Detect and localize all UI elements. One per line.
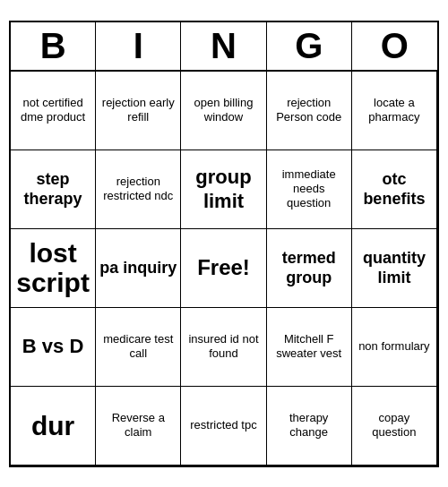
bingo-cell[interactable]: medicare test call	[96, 308, 181, 387]
bingo-cell[interactable]: non formulary	[352, 308, 437, 387]
bingo-cell[interactable]: otc benefits	[352, 150, 437, 229]
bingo-cell[interactable]: Mitchell F sweater vest	[267, 308, 352, 387]
bingo-cell[interactable]: quantity limit	[352, 229, 437, 308]
bingo-cell[interactable]: copay question	[352, 387, 437, 466]
bingo-cell[interactable]: not certified dme product	[11, 72, 96, 150]
bingo-cell[interactable]: Reverse a claim	[96, 387, 181, 466]
header-letter: O	[352, 22, 437, 70]
bingo-header: BINGO	[11, 22, 437, 72]
bingo-cell[interactable]: locate a pharmacy	[352, 72, 437, 150]
bingo-cell[interactable]: rejection Person code	[267, 72, 352, 150]
bingo-grid: not certified dme productrejection early…	[11, 72, 437, 466]
bingo-cell[interactable]: termed group	[267, 229, 352, 308]
bingo-cell[interactable]: therapy change	[267, 387, 352, 466]
bingo-card: BINGO not certified dme productrejection…	[9, 21, 439, 467]
bingo-cell[interactable]: immediate needs question	[267, 150, 352, 229]
header-letter: G	[267, 22, 352, 70]
bingo-cell[interactable]: step therapy	[11, 150, 96, 229]
bingo-cell[interactable]: restricted tpc	[181, 387, 266, 466]
bingo-cell[interactable]: dur	[11, 387, 96, 466]
bingo-cell[interactable]: group limit	[181, 150, 266, 229]
bingo-cell[interactable]: pa inquiry	[96, 229, 181, 308]
bingo-cell[interactable]: open billing window	[181, 72, 266, 150]
bingo-cell[interactable]: rejection restricted ndc	[96, 150, 181, 229]
bingo-cell[interactable]: Free!	[181, 229, 266, 308]
bingo-cell[interactable]: lost script	[11, 229, 96, 308]
bingo-cell[interactable]: rejection early refill	[96, 72, 181, 150]
bingo-cell[interactable]: insured id not found	[181, 308, 266, 387]
header-letter: B	[11, 22, 96, 70]
bingo-cell[interactable]: B vs D	[11, 308, 96, 387]
header-letter: I	[96, 22, 181, 70]
header-letter: N	[181, 22, 266, 70]
